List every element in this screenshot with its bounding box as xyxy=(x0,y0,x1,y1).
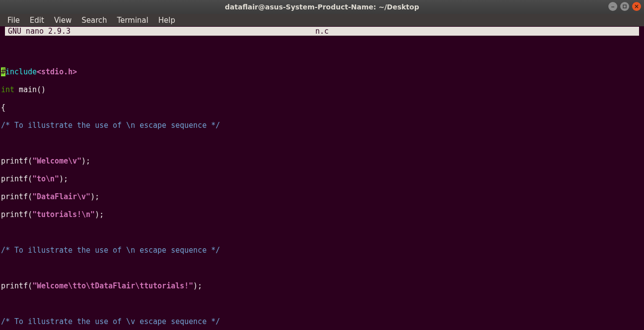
code-token: ); xyxy=(91,192,99,201)
code-token: "DataFlair\v" xyxy=(32,192,90,201)
code-token: /* To illustrate the use of \n escape se… xyxy=(1,246,220,255)
menubar: File Edit View Search Terminal Help xyxy=(0,14,644,26)
code-line: int main() xyxy=(1,85,644,94)
code-line: printf("to\n"); xyxy=(1,174,644,183)
menu-search[interactable]: Search xyxy=(77,15,112,26)
code-token: include xyxy=(5,67,37,76)
code-line: { xyxy=(1,103,644,112)
code-line xyxy=(1,228,644,237)
menu-edit[interactable]: Edit xyxy=(25,15,49,26)
code-line xyxy=(1,50,644,58)
code-line xyxy=(1,264,644,273)
code-token: "tutorials!\n" xyxy=(32,210,95,219)
cursor: # xyxy=(1,67,5,76)
nano-header: GNU nano 2.9.3 n.c xyxy=(5,27,639,36)
nano-filename: n.c xyxy=(5,27,639,36)
window-titlebar: dataflair@asus-System-Product-Name: ~/De… xyxy=(0,0,644,14)
close-icon[interactable] xyxy=(632,2,641,11)
menu-terminal[interactable]: Terminal xyxy=(112,15,152,26)
minimize-icon[interactable] xyxy=(608,2,617,11)
code-token: printf( xyxy=(1,192,32,201)
code-line: printf("DataFlair\v"); xyxy=(1,192,644,201)
code-token: ); xyxy=(59,174,68,183)
menu-file[interactable]: File xyxy=(3,15,24,26)
menu-view[interactable]: View xyxy=(50,15,76,26)
code-line: /* To illustrate the use of \n escape se… xyxy=(1,246,644,255)
editor-area[interactable]: #include<stdio.h> int main() { /* To ill… xyxy=(0,36,644,330)
code-token: /* To illustrate the use of \n escape se… xyxy=(1,121,220,130)
code-token: main() xyxy=(14,85,46,94)
code-token: <stdio.h> xyxy=(37,67,77,76)
menu-help[interactable]: Help xyxy=(154,15,180,26)
code-line: /* To illustrate the use of \v escape se… xyxy=(1,317,644,326)
code-token: printf( xyxy=(1,174,32,183)
window-title: dataflair@asus-System-Product-Name: ~/De… xyxy=(0,3,644,11)
window-controls xyxy=(608,2,641,11)
code-line: printf("Welcome\v"); xyxy=(1,157,644,165)
code-token: ); xyxy=(82,157,91,165)
code-token: { xyxy=(1,103,5,112)
code-token: "Welcome\v" xyxy=(32,157,81,165)
code-line: /* To illustrate the use of \n escape se… xyxy=(1,121,644,130)
code-token: printf( xyxy=(1,157,32,165)
code-line xyxy=(1,299,644,308)
code-token: "Welcome\tto\tDataFlair\ttutorials!" xyxy=(32,281,193,290)
code-token: printf( xyxy=(1,281,32,290)
code-token: int xyxy=(1,85,14,94)
code-token: "to\n" xyxy=(32,174,59,183)
code-line: #include<stdio.h> xyxy=(1,67,644,76)
code-token: ); xyxy=(95,210,104,219)
maximize-icon[interactable] xyxy=(620,2,629,11)
code-token: ); xyxy=(193,281,202,290)
code-line: printf("Welcome\tto\tDataFlair\ttutorial… xyxy=(1,281,644,290)
code-token: /* To illustrate the use of \v escape se… xyxy=(1,317,220,326)
code-token: printf( xyxy=(1,210,32,219)
code-line xyxy=(1,139,644,148)
code-line: printf("tutorials!\n"); xyxy=(1,210,644,219)
svg-rect-1 xyxy=(623,5,626,8)
